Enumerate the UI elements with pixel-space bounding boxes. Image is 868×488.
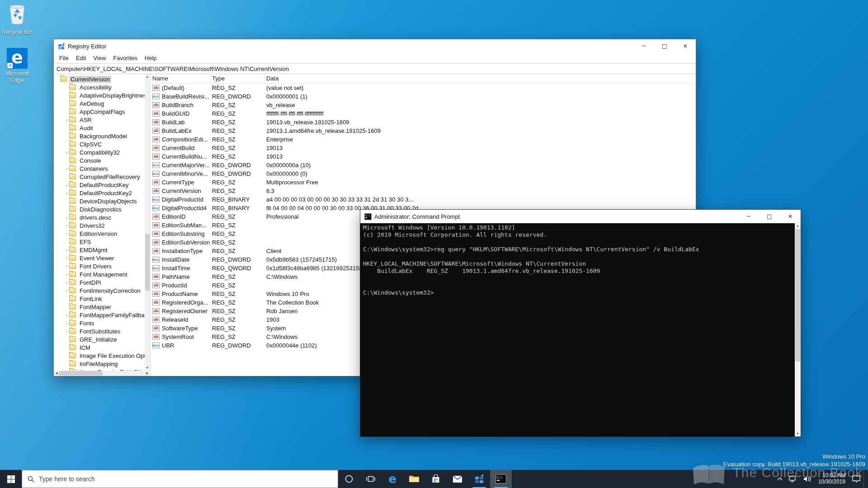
tree-item-diskdiagnostics[interactable]: DiskDiagnostics — [54, 205, 145, 213]
menu-file[interactable]: File — [56, 55, 72, 61]
tree-item-containers[interactable]: ›Containers — [54, 164, 145, 173]
tree-item-emdmgmt[interactable]: ›EMDMgmt — [54, 246, 145, 254]
scroll-down-arrow-icon[interactable]: ▼ — [795, 431, 801, 436]
tree-item-inifilemapping[interactable]: IniFileMapping — [54, 360, 145, 368]
tree-item-gre_initialize[interactable]: GRE_Initialize — [54, 335, 145, 343]
tree-item-backgroundmodel[interactable]: BackgroundModel — [54, 132, 145, 140]
tree-item-fonts[interactable]: ›Fonts — [54, 319, 145, 327]
expand-chevron-icon[interactable]: › — [65, 329, 69, 334]
column-header-data[interactable]: Data — [264, 74, 696, 83]
expand-chevron-icon[interactable]: › — [65, 117, 69, 122]
tree-item-corruptedfilerecovery[interactable]: CorruptedFileRecovery — [54, 173, 145, 181]
column-header-type[interactable]: Type — [210, 74, 264, 83]
tree-item-compatibility32[interactable]: ›Compatibility32 — [54, 148, 145, 156]
tree-item-fontdpi[interactable]: ›FontDPI — [54, 278, 145, 286]
tree-item-currentversion[interactable]: CurrentVersion — [54, 75, 145, 83]
volume-button[interactable] — [800, 470, 815, 488]
cmd-close-button[interactable]: ✕ — [780, 210, 801, 223]
registry-value-row[interactable]: abBuildBranchREG_SZvb_release — [151, 101, 696, 109]
tree-item-defaultproductkey[interactable]: ›DefaultProductKey — [54, 181, 145, 189]
menu-view[interactable]: View — [90, 55, 109, 61]
tree-item-fontintensitycorrection[interactable]: ›FontIntensityCorrection — [54, 286, 145, 295]
cmd-maximize-button[interactable]: □ — [759, 210, 780, 223]
console-scrollbar[interactable]: ▲ ▼ — [795, 223, 801, 436]
tree-item-devicedisplayobjects[interactable]: DeviceDisplayObjects — [54, 197, 145, 205]
expand-chevron-icon[interactable]: › — [65, 231, 69, 236]
cmd-minimize-button[interactable]: ─ — [738, 210, 759, 223]
tree-item-adaptivedisplaybrightness[interactable]: AdaptiveDisplayBrightness — [54, 91, 145, 99]
expand-chevron-icon[interactable]: › — [65, 313, 69, 318]
taskbar-file-explorer-button[interactable] — [403, 470, 425, 488]
registry-value-row[interactable]: abCurrentTypeREG_SZMultiprocessor Free — [151, 178, 696, 187]
tree-item-event-viewer[interactable]: ›Event Viewer — [54, 254, 145, 262]
recycle-bin-desktop-icon[interactable]: Recycle Bin — [0, 4, 34, 35]
tree-item-efs[interactable]: EFS — [54, 238, 145, 246]
registry-value-row[interactable]: 011DigitalProductIdREG_BINARYa4 00 00 00… — [151, 195, 696, 204]
cmd-titlebar[interactable]: C:\ Administrator: Command Prompt ─ □ ✕ — [360, 210, 801, 223]
network-status-button[interactable] — [786, 470, 800, 488]
registry-value-row[interactable]: 011CurrentMajorVer...REG_DWORD0x0000000a… — [151, 161, 696, 169]
regedit-minimize-button[interactable]: ─ — [633, 39, 654, 53]
tree-item-aedebug[interactable]: AeDebug — [54, 99, 145, 108]
tree-item-defaultproductkey2[interactable]: ›DefaultProductKey2 — [54, 189, 145, 197]
expand-chevron-icon[interactable]: › — [65, 183, 69, 188]
registry-value-row[interactable]: abCurrentVersionREG_SZ6.3 — [151, 187, 696, 195]
edge-desktop-shortcut[interactable]: e ↗ Microsoft Edge — [0, 48, 34, 84]
menu-favorites[interactable]: Favorites — [109, 55, 141, 61]
tree-item-fontsubstitutes[interactable]: ›FontSubstitutes — [54, 327, 145, 335]
tree-item-image-file-execution-options[interactable]: Image File Execution Options — [54, 352, 145, 360]
regedit-close-button[interactable]: ✕ — [675, 39, 696, 53]
taskbar-mail-button[interactable] — [447, 470, 468, 488]
show-desktop-button[interactable] — [863, 470, 867, 488]
tree-item-fontmapperfamilyfallback[interactable]: ›FontMapperFamilyFallback — [54, 311, 145, 319]
scroll-down-arrow-icon[interactable]: ▼ — [145, 365, 150, 371]
taskbar-search-input[interactable]: Type here to search — [22, 470, 338, 488]
scroll-right-arrow-icon[interactable]: ▶ — [145, 371, 150, 376]
tree-item-fontmapper[interactable]: FontMapper — [54, 303, 145, 311]
address-bar[interactable]: Computer\HKEY_LOCAL_MACHINE\SOFTWARE\Mic… — [54, 63, 696, 74]
tree-horizontal-scrollbar[interactable]: ◀ ▶ — [54, 371, 150, 376]
taskbar-edge-button[interactable]: e — [382, 470, 403, 488]
tree-item-icm[interactable]: ICM — [54, 343, 145, 352]
taskbar-regedit-button[interactable] — [468, 470, 490, 488]
tray-overflow-button[interactable] — [774, 470, 786, 488]
console-scrollbar-thumb[interactable] — [795, 229, 800, 361]
registry-value-row[interactable]: abBuildGUIDREG_SZffffffff-ffff-ffff-ffff… — [151, 109, 696, 118]
tree-vertical-scrollbar[interactable]: ▲ ▼ — [145, 74, 150, 371]
expand-chevron-icon[interactable]: › — [65, 191, 69, 196]
tree-item-clipsvc[interactable]: ClipSVC — [54, 140, 145, 148]
taskbar-cmd-button[interactable]: C:\ — [490, 470, 512, 488]
start-button[interactable] — [0, 470, 22, 488]
tree-item-fontlink[interactable]: FontLink — [54, 295, 145, 303]
expand-chevron-icon[interactable]: › — [65, 166, 69, 171]
scroll-left-arrow-icon[interactable]: ◀ — [54, 371, 59, 376]
expand-chevron-icon[interactable]: › — [65, 215, 69, 220]
expand-chevron-icon[interactable]: › — [65, 256, 69, 261]
tree-item-drivers32[interactable]: ›Drivers32 — [54, 221, 145, 230]
taskbar-clock[interactable]: 10:02 AM 10/30/2019 — [815, 470, 849, 488]
tree-hscrollbar-thumb[interactable] — [59, 371, 103, 375]
expand-chevron-icon[interactable]: › — [65, 223, 69, 228]
expand-chevron-icon[interactable]: › — [65, 264, 69, 269]
tree-item-editionversion[interactable]: ›EditionVersion — [54, 230, 145, 238]
column-header-name[interactable]: Name — [151, 74, 210, 83]
registry-value-row[interactable]: abCompositionEdi...REG_SZEnterprise — [151, 135, 696, 144]
scroll-up-arrow-icon[interactable]: ▲ — [145, 74, 150, 80]
tree-item-audit[interactable]: Audit — [54, 124, 145, 132]
menu-help[interactable]: Help — [141, 55, 160, 61]
task-view-button[interactable] — [360, 470, 382, 488]
registry-value-row[interactable]: 011BaseBuildRevisi...REG_DWORD0x00000001… — [151, 92, 696, 101]
cortana-button[interactable] — [338, 470, 360, 488]
tree-scrollbar-thumb[interactable] — [145, 234, 150, 291]
tree-item-font-drivers[interactable]: ›Font Drivers — [54, 262, 145, 270]
registry-value-row[interactable]: 011CurrentMinorVe...REG_DWORD0x00000000 … — [151, 169, 696, 178]
tree-item-console[interactable]: Console — [54, 156, 145, 164]
expand-chevron-icon[interactable]: › — [65, 321, 69, 326]
expand-chevron-icon[interactable]: › — [65, 150, 69, 155]
tree-item-drivers.desc[interactable]: ›drivers.desc — [54, 213, 145, 221]
expand-chevron-icon[interactable]: › — [65, 248, 69, 253]
regedit-titlebar[interactable]: Registry Editor ─ □ ✕ — [54, 39, 696, 53]
registry-value-row[interactable]: ab(Default)REG_SZ(value not set) — [151, 84, 696, 92]
expand-chevron-icon[interactable]: › — [65, 288, 69, 293]
registry-value-row[interactable]: abCurrentBuildNu...REG_SZ19013 — [151, 152, 696, 161]
